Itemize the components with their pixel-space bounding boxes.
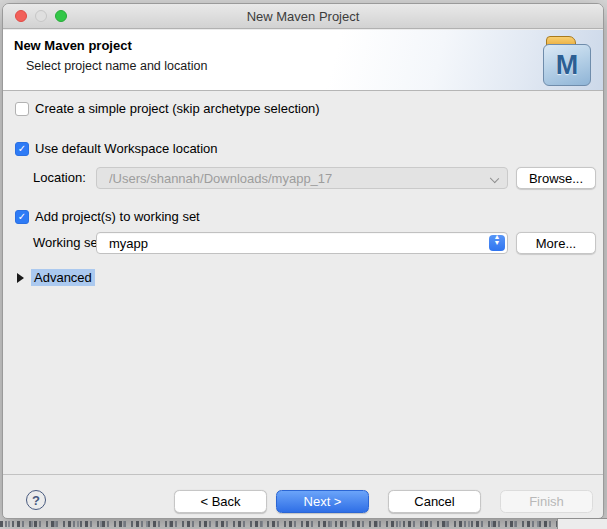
- default-location-row[interactable]: Use default Workspace location: [15, 141, 603, 156]
- location-value: /Users/shannah/Downloads/myapp_17: [109, 171, 332, 186]
- working-set-combo[interactable]: myapp ▲▼: [96, 232, 508, 254]
- window-title: New Maven Project: [3, 4, 603, 29]
- working-set-value: myapp: [109, 236, 148, 251]
- working-set-checkbox[interactable]: [15, 210, 29, 224]
- disclosure-triangle-icon[interactable]: [17, 273, 24, 283]
- back-button[interactable]: < Back: [174, 490, 267, 513]
- background-window-corner: [557, 518, 607, 529]
- footer-divider: [3, 474, 603, 475]
- page-subtitle: Select project name and location: [26, 59, 207, 73]
- background-desktop-strip: [0, 521, 607, 527]
- working-set-toggle-row[interactable]: Add project(s) to working set: [15, 209, 603, 224]
- working-set-toggle-label: Add project(s) to working set: [35, 209, 200, 224]
- location-combo: /Users/shannah/Downloads/myapp_17: [96, 167, 508, 189]
- simple-project-row[interactable]: Create a simple project (skip archetype …: [15, 101, 603, 116]
- advanced-label: Advanced: [31, 269, 95, 286]
- wizard-header: New Maven project Select project name an…: [3, 30, 603, 91]
- maven-letter-box-icon: M: [543, 44, 591, 86]
- cancel-button[interactable]: Cancel: [388, 490, 481, 513]
- help-button[interactable]: ?: [26, 490, 46, 510]
- title-bar[interactable]: New Maven Project: [3, 4, 603, 29]
- page-title: New Maven project: [14, 38, 132, 53]
- zoom-button[interactable]: [55, 10, 67, 22]
- minimize-button: [35, 10, 47, 22]
- help-icon: ?: [32, 493, 40, 508]
- default-location-label: Use default Workspace location: [35, 141, 218, 156]
- advanced-toggle[interactable]: Advanced: [17, 269, 95, 286]
- maven-letter: M: [556, 50, 579, 81]
- next-button[interactable]: Next >: [276, 490, 369, 513]
- default-location-checkbox[interactable]: [15, 142, 29, 156]
- more-button[interactable]: More...: [516, 232, 596, 254]
- close-button[interactable]: [15, 10, 27, 22]
- simple-project-checkbox[interactable]: [15, 102, 29, 116]
- chevron-down-icon: [490, 174, 499, 183]
- combo-stepper-icon[interactable]: ▲▼: [489, 235, 505, 251]
- maven-icon: M: [543, 36, 593, 86]
- new-maven-project-dialog: New Maven Project New Maven project Sele…: [2, 3, 604, 519]
- simple-project-label: Create a simple project (skip archetype …: [35, 101, 320, 116]
- working-set-label: Working set:: [33, 235, 105, 250]
- location-label: Location:: [33, 170, 86, 185]
- browse-button[interactable]: Browse...: [516, 167, 596, 189]
- finish-button: Finish: [500, 490, 593, 513]
